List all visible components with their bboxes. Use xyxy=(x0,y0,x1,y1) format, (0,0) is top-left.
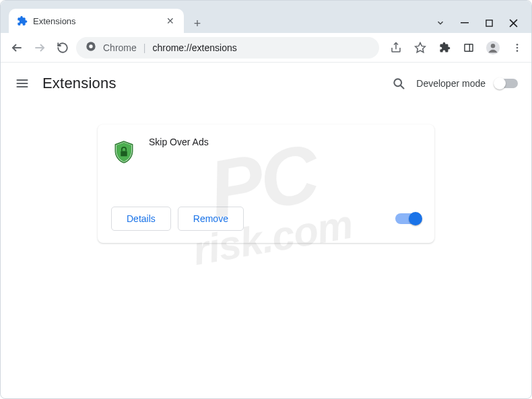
puzzle-icon xyxy=(17,15,28,26)
maximize-icon[interactable] xyxy=(484,18,494,28)
close-window-icon[interactable] xyxy=(508,18,518,28)
extensions-icon[interactable] xyxy=(437,40,452,55)
forward-button xyxy=(30,38,49,57)
details-button[interactable]: Details xyxy=(111,207,171,231)
svg-marker-9 xyxy=(415,42,426,52)
browser-tab[interactable]: Extensions ✕ xyxy=(9,9,184,33)
svg-point-14 xyxy=(517,44,519,46)
svg-rect-10 xyxy=(465,44,473,51)
browser-window: Extensions ✕ + Chrome | chrome://extensi… xyxy=(0,0,532,399)
svg-point-15 xyxy=(517,46,519,48)
svg-rect-1 xyxy=(486,20,492,26)
browser-toolbar: Chrome | chrome://extensions xyxy=(1,33,531,63)
separator: | xyxy=(143,42,146,53)
titlebar: Extensions ✕ + xyxy=(1,1,531,33)
remove-button[interactable]: Remove xyxy=(178,207,244,231)
share-icon[interactable] xyxy=(389,40,403,55)
extension-card: Skip Over Ads Details Remove xyxy=(98,124,434,243)
back-button[interactable] xyxy=(7,38,26,57)
svg-line-21 xyxy=(401,85,404,89)
kebab-menu-icon[interactable] xyxy=(510,40,525,55)
developer-mode-label: Developer mode xyxy=(416,78,486,89)
shield-lock-icon xyxy=(111,139,137,165)
svg-point-7 xyxy=(89,44,92,48)
extension-enable-toggle[interactable] xyxy=(395,213,421,224)
sidepanel-icon[interactable] xyxy=(461,40,476,55)
svg-rect-0 xyxy=(461,22,469,24)
svg-point-16 xyxy=(517,50,519,52)
hamburger-menu-icon[interactable] xyxy=(14,75,30,92)
svg-rect-22 xyxy=(121,151,127,156)
page-title: Extensions xyxy=(42,75,378,92)
minimize-icon[interactable] xyxy=(460,18,469,28)
tab-title: Extensions xyxy=(33,16,160,26)
address-bar[interactable]: Chrome | chrome://extensions xyxy=(76,37,379,59)
svg-point-13 xyxy=(491,44,495,48)
chrome-logo-icon xyxy=(86,41,96,54)
new-tab-button[interactable]: + xyxy=(188,14,207,33)
developer-mode-toggle[interactable] xyxy=(495,79,518,88)
close-tab-icon[interactable]: ✕ xyxy=(165,15,176,26)
search-icon[interactable] xyxy=(391,75,407,92)
star-icon[interactable] xyxy=(413,40,428,55)
chevron-down-icon[interactable] xyxy=(436,18,445,28)
omnibox-chip: Chrome xyxy=(103,42,137,53)
content-area: Skip Over Ads Details Remove xyxy=(1,104,531,398)
page-header: Extensions Developer mode xyxy=(1,63,531,104)
profile-icon[interactable] xyxy=(486,40,500,55)
reload-button[interactable] xyxy=(53,38,72,57)
extension-name: Skip Over Ads xyxy=(149,137,209,147)
omnibox-url: chrome://extensions xyxy=(152,42,236,53)
window-controls xyxy=(436,18,526,33)
